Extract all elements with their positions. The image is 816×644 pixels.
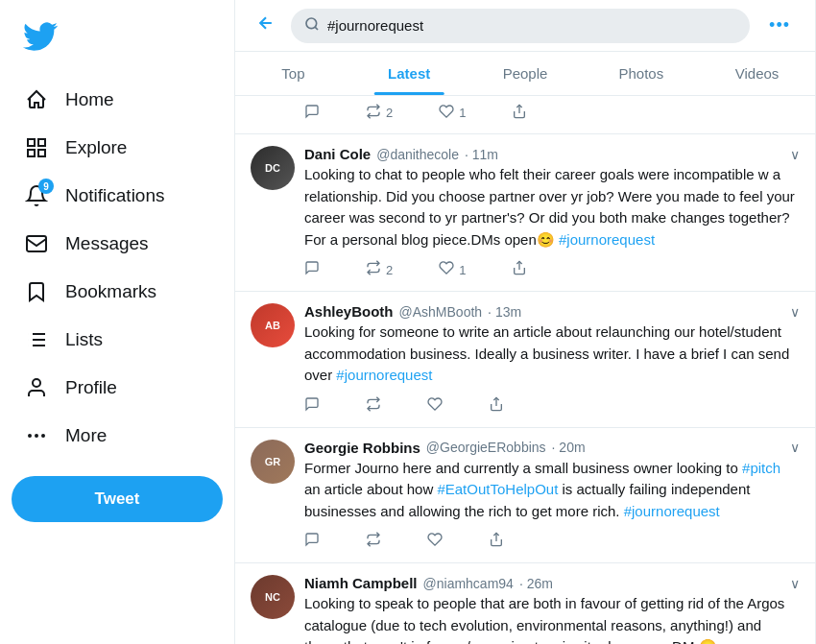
tweet-time: · 20m bbox=[552, 440, 586, 455]
tweet-actions bbox=[304, 532, 800, 551]
retweet-icon bbox=[366, 396, 381, 416]
tweet-text: Looking to chat to people who felt their… bbox=[304, 164, 800, 250]
svg-point-14 bbox=[29, 435, 31, 437]
sidebar-item-more-label: More bbox=[65, 425, 107, 446]
retweet-button[interactable] bbox=[366, 396, 381, 416]
overflow-menu-button[interactable]: ••• bbox=[759, 10, 800, 41]
search-tabs: Top Latest People Photos Videos bbox=[235, 52, 815, 96]
search-header: ••• bbox=[235, 0, 815, 52]
sidebar-item-explore-label: Explore bbox=[65, 137, 127, 158]
like-button[interactable] bbox=[427, 396, 443, 416]
retweet-count: 2 bbox=[386, 263, 393, 277]
svg-rect-1 bbox=[38, 139, 45, 146]
tweet-item: GR Georgie Robbins @GeorgieERobbins · 20… bbox=[235, 428, 815, 564]
reply-icon bbox=[304, 532, 320, 551]
retweet-action[interactable]: 2 bbox=[366, 104, 393, 122]
tweet-author-name: Dani Cole bbox=[304, 146, 371, 162]
share-action[interactable] bbox=[512, 104, 527, 122]
share-button[interactable] bbox=[512, 260, 527, 279]
tab-videos[interactable]: Videos bbox=[699, 52, 815, 95]
tweet-header: Niamh Campbell @niamhcam94 · 26m ∨ bbox=[304, 575, 800, 591]
reply-icon bbox=[304, 104, 320, 122]
sidebar-item-profile[interactable]: Profile bbox=[12, 365, 223, 411]
tweet-button[interactable]: Tweet bbox=[12, 476, 223, 522]
hashtag[interactable]: #journorequest bbox=[336, 367, 432, 383]
tab-people[interactable]: People bbox=[468, 52, 584, 95]
share-icon bbox=[489, 532, 504, 551]
avatar: GR bbox=[251, 440, 295, 484]
retweet-button[interactable]: 2 bbox=[366, 260, 393, 279]
avatar: NC bbox=[251, 575, 295, 619]
like-button[interactable] bbox=[427, 532, 443, 551]
sidebar-item-messages[interactable]: Messages bbox=[12, 221, 223, 267]
tab-photos[interactable]: Photos bbox=[583, 52, 699, 95]
retweet-button[interactable] bbox=[366, 532, 381, 551]
sidebar-item-more[interactable]: More bbox=[12, 413, 223, 459]
retweet-icon bbox=[366, 532, 381, 551]
partial-tweet-actions: 2 1 bbox=[304, 104, 527, 122]
back-button[interactable] bbox=[251, 8, 281, 43]
hashtag[interactable]: #journorequest bbox=[624, 503, 720, 519]
chevron-down-icon[interactable]: ∨ bbox=[790, 440, 800, 455]
avatar: AB bbox=[251, 303, 295, 347]
svg-rect-3 bbox=[38, 150, 45, 156]
like-button[interactable]: 1 bbox=[439, 260, 466, 279]
partial-like-count: 1 bbox=[459, 106, 466, 120]
tweet-time: · 13m bbox=[488, 304, 521, 320]
share-button[interactable] bbox=[489, 396, 504, 416]
tweet-item: AB AshleyBooth @AshMBooth · 13m ∨ Lookin… bbox=[235, 292, 815, 428]
sidebar-item-profile-label: Profile bbox=[65, 377, 117, 398]
hashtag[interactable]: #journorequest bbox=[559, 231, 655, 248]
tweet-author-name: Georgie Robbins bbox=[304, 440, 420, 456]
share-icon bbox=[489, 396, 504, 416]
tweet-author-name: Niamh Campbell bbox=[304, 575, 418, 591]
reply-icon bbox=[304, 396, 320, 416]
tweet-body: Niamh Campbell @niamhcam94 · 26m ∨ Looki… bbox=[304, 575, 800, 644]
like-action[interactable]: 1 bbox=[439, 104, 466, 122]
search-bar[interactable] bbox=[291, 9, 750, 43]
tweet-item: DC Dani Cole @danithecole · 11m ∨ Lookin… bbox=[235, 134, 815, 292]
tweet-author-handle: @AshMBooth bbox=[399, 304, 483, 320]
svg-rect-4 bbox=[27, 236, 46, 251]
tweet-author-handle: @niamhcam94 bbox=[423, 576, 514, 591]
sidebar-item-explore[interactable]: Explore bbox=[12, 125, 223, 171]
sidebar-item-notifications[interactable]: 9 Notifications bbox=[12, 173, 223, 219]
svg-point-13 bbox=[42, 435, 44, 437]
chevron-down-icon[interactable]: ∨ bbox=[790, 576, 800, 591]
explore-icon bbox=[23, 134, 50, 161]
tab-latest[interactable]: Latest bbox=[351, 52, 468, 95]
avatar: DC bbox=[251, 146, 295, 190]
tweet-header: Dani Cole @danithecole · 11m ∨ bbox=[304, 146, 800, 162]
reply-button[interactable] bbox=[304, 532, 320, 551]
more-icon bbox=[23, 422, 50, 449]
reply-button[interactable] bbox=[304, 396, 320, 416]
partial-retweet-count: 2 bbox=[386, 106, 393, 120]
tweet-text: Looking for someone to write an article … bbox=[304, 322, 800, 387]
reply-button[interactable] bbox=[304, 260, 320, 279]
sidebar-item-bookmarks[interactable]: Bookmarks bbox=[12, 269, 223, 315]
search-input[interactable] bbox=[327, 17, 736, 34]
tweet-body: Dani Cole @danithecole · 11m ∨ Looking t… bbox=[304, 146, 800, 279]
tweet-time: · 11m bbox=[465, 147, 498, 162]
chevron-down-icon[interactable]: ∨ bbox=[790, 304, 800, 320]
bookmark-icon bbox=[23, 278, 50, 305]
bell-icon: 9 bbox=[23, 182, 50, 209]
main-panel: ••• Top Latest People Photos Videos bbox=[235, 0, 816, 644]
heart-icon bbox=[439, 260, 454, 279]
tweet-body: Georgie Robbins @GeorgieERobbins · 20m ∨… bbox=[304, 440, 800, 552]
tab-top[interactable]: Top bbox=[235, 52, 351, 95]
tweet-user-info: AshleyBooth @AshMBooth · 13m bbox=[304, 303, 521, 320]
hashtag[interactable]: #EatOutToHelpOut bbox=[437, 481, 558, 497]
share-icon bbox=[512, 104, 527, 122]
tweet-time: · 26m bbox=[519, 576, 553, 591]
retweet-icon bbox=[366, 104, 381, 122]
reply-action[interactable] bbox=[304, 104, 320, 122]
tweet-feed: 2 1 DC bbox=[235, 96, 815, 644]
chevron-down-icon[interactable]: ∨ bbox=[790, 147, 800, 162]
sidebar-item-lists[interactable]: Lists bbox=[12, 317, 223, 363]
tweet-item: NC Niamh Campbell @niamhcam94 · 26m ∨ Lo… bbox=[235, 563, 815, 644]
share-button[interactable] bbox=[489, 532, 504, 551]
sidebar-item-home[interactable]: Home bbox=[12, 77, 223, 123]
tweet-header: Georgie Robbins @GeorgieERobbins · 20m ∨ bbox=[304, 440, 800, 456]
hashtag[interactable]: #pitch bbox=[742, 460, 780, 476]
